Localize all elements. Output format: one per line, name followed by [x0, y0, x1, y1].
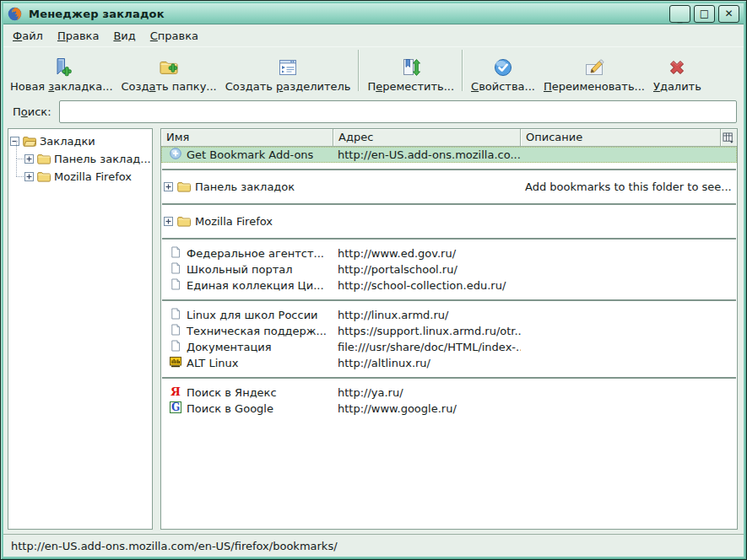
move-button[interactable]: Переместить... [363, 56, 458, 93]
expand-icon[interactable] [24, 172, 34, 181]
bookmark-url: http://school-collection.edu.ru/ [333, 279, 521, 292]
folder-icon [23, 136, 36, 147]
move-icon [400, 56, 422, 79]
bookmark-url: http://portalschool.ru/ [333, 263, 521, 276]
tree-item-label: Закладки [40, 135, 95, 148]
bookmark-separator[interactable] [161, 197, 737, 211]
minimize-button[interactable]: _ [669, 5, 690, 23]
properties-button[interactable]: Свойства... [467, 56, 539, 93]
addon-icon [170, 148, 181, 162]
toolbar-button-label: Переместить... [367, 80, 454, 93]
maximize-button[interactable]: □ [694, 5, 715, 23]
bookmark-url: http://altlinux.ru/ [333, 357, 521, 369]
table-row-bookmark[interactable]: ALT Linuxhttp://altlinux.ru/ [161, 355, 737, 371]
toolbar-button-label: Новая закладка... [10, 80, 113, 93]
svg-text:G: G [171, 401, 180, 413]
column-header-description[interactable]: Описание [521, 129, 721, 147]
table-row-bookmark[interactable]: Федеральное агентст...http://www.ed.gov.… [161, 245, 737, 261]
bookmark-name: Linux для школ России [187, 309, 318, 321]
search-bar: Поиск: [3, 97, 744, 127]
google-icon: G [170, 401, 181, 416]
table-row-bookmark[interactable]: Linux для школ Россииhttp://linux.armd.r… [161, 307, 737, 323]
toolbar-button-label: Удалить [653, 80, 701, 93]
table-row-bookmark[interactable]: Единая коллекция Ци...http://school-coll… [161, 277, 737, 293]
table-row-folder[interactable]: Mozilla Firefox [161, 211, 737, 232]
menu-help[interactable]: Справка [150, 30, 198, 42]
bookmark-url: http://www.google.ru/ [333, 402, 521, 415]
table-header: Имя Адрес Описание [161, 129, 737, 147]
expand-icon[interactable] [24, 154, 34, 164]
toolbar-separator [462, 50, 463, 91]
new-bookmark-button[interactable]: Новая закладка... [6, 56, 117, 93]
rename-icon [583, 56, 605, 79]
bookmark-url: http://ya.ru/ [333, 386, 521, 399]
tree-item-label: Панель заклад... [54, 153, 150, 165]
folder-icon [37, 153, 51, 164]
rename-button[interactable]: Переименовать... [539, 56, 649, 93]
column-picker-button[interactable] [721, 129, 737, 147]
expand-icon[interactable] [164, 217, 173, 226]
bookmark-name: ALT Linux [187, 357, 238, 369]
bookmark-name: Техническая поддерж... [187, 325, 327, 337]
altlinux-icon [170, 356, 181, 370]
close-button[interactable]: ✕ [718, 5, 739, 23]
table-row-bookmark[interactable]: Школьный порталhttp://portalschool.ru/ [161, 261, 737, 277]
bookmark-name: Документация [187, 341, 272, 353]
tree-item[interactable]: Закладки [10, 132, 150, 150]
bookmark-separator[interactable] [161, 371, 737, 385]
toolbar-button-label: Создать разделитель [225, 80, 351, 93]
bookmark-description: Add bookmarks to this folder to see... [521, 180, 737, 193]
bookmark-separator[interactable] [161, 163, 737, 176]
bookmark-name: Поиск в Google [187, 402, 273, 415]
status-url: http://en-US.add-ons.mozilla.com/en-US/f… [11, 540, 338, 552]
bookmark-url: http://en-US.add-ons.mozilla.co... [333, 148, 521, 161]
search-input[interactable] [59, 100, 737, 123]
delete-button[interactable]: Удалить [649, 56, 706, 93]
main-area: ЗакладкиПанель заклад...Mozilla Firefox … [3, 127, 744, 534]
new-separator-button[interactable]: Создать разделитель [221, 56, 355, 93]
new-folder-icon [158, 56, 180, 79]
bookmark-name: Единая коллекция Ци... [187, 279, 324, 292]
bookmark-url: http://linux.armd.ru/ [333, 309, 521, 321]
separator-line [162, 203, 736, 205]
table-row-bookmark[interactable]: GПоиск в Googlehttp://www.google.ru/ [161, 401, 737, 417]
tree-item[interactable]: Mozilla Firefox [10, 168, 150, 186]
titlebar[interactable]: Менеджер закладок _ □ ✕ [3, 3, 744, 24]
menu-edit[interactable]: Правка [57, 30, 99, 42]
separator-line [162, 238, 736, 240]
collapse-icon[interactable] [10, 137, 19, 146]
folder-icon [37, 171, 51, 182]
bookmark-name: Поиск в Яндекс [187, 386, 277, 399]
bookmark-url: file:///usr/share/doc/HTML/index-... [333, 341, 521, 353]
table-row-bookmark[interactable]: Документацияfile:///usr/share/doc/HTML/i… [161, 339, 737, 355]
menu-view[interactable]: Вид [113, 30, 135, 42]
table-row-folder[interactable]: Панель закладокAdd bookmarks to this fol… [161, 176, 737, 197]
bookmarks-table: Имя Адрес Описание Get Bookmark Add-onsh… [160, 128, 738, 530]
column-header-url[interactable]: Адрес [333, 129, 521, 147]
expand-icon[interactable] [164, 182, 173, 191]
bookmark-separator[interactable] [161, 293, 737, 307]
firefox-icon [8, 7, 22, 21]
yandex-icon: Я [170, 385, 181, 400]
toolbar: Новая закладка... Создать папку... [3, 46, 744, 97]
table-row-bookmark[interactable]: Техническая поддерж...https://support.li… [161, 323, 737, 339]
page-icon [170, 278, 181, 293]
folder-icon [177, 216, 191, 227]
tree-item[interactable]: Панель заклад... [10, 150, 150, 168]
menu-file[interactable]: Файл [13, 30, 43, 42]
table-row-bookmark[interactable]: Get Bookmark Add-onshttp://en-US.add-ons… [161, 147, 737, 163]
bookmark-name: Get Bookmark Add-ons [187, 148, 313, 161]
separator-line [162, 299, 736, 301]
folder-tree: ЗакладкиПанель заклад...Mozilla Firefox [8, 128, 153, 530]
tree-item-label: Mozilla Firefox [54, 170, 132, 183]
table-row-bookmark[interactable]: ЯПоиск в Яндексhttp://ya.ru/ [161, 385, 737, 401]
folder-icon [177, 181, 191, 192]
column-header-name[interactable]: Имя [161, 129, 333, 147]
page-icon [170, 340, 181, 354]
page-icon [170, 246, 181, 261]
new-folder-button[interactable]: Создать папку... [117, 56, 221, 93]
bookmark-name: Школьный портал [187, 263, 293, 276]
bookmark-separator[interactable] [161, 232, 737, 245]
delete-icon [666, 56, 688, 79]
column-picker-icon [723, 132, 735, 143]
